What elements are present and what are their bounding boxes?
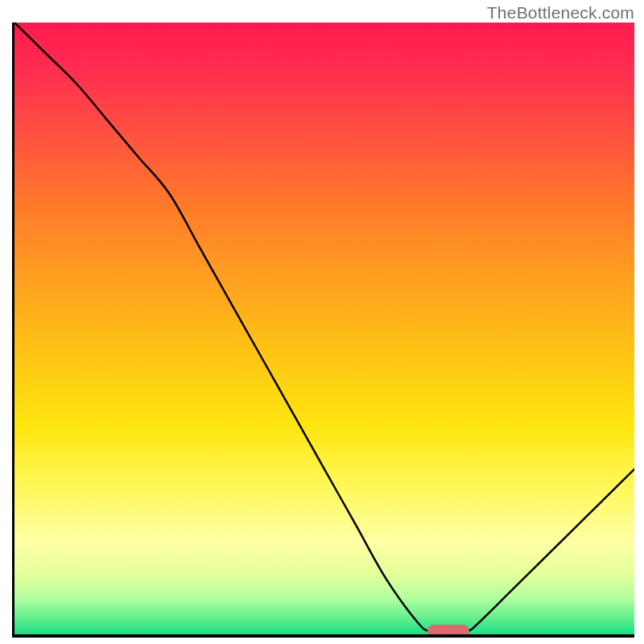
bottleneck-curve xyxy=(14,23,634,632)
watermark-text: TheBottleneck.com xyxy=(487,3,634,23)
plot-area xyxy=(12,23,634,638)
chart-container: TheBottleneck.com xyxy=(0,0,644,644)
optimal-marker xyxy=(427,625,469,638)
curve-svg xyxy=(14,23,634,634)
